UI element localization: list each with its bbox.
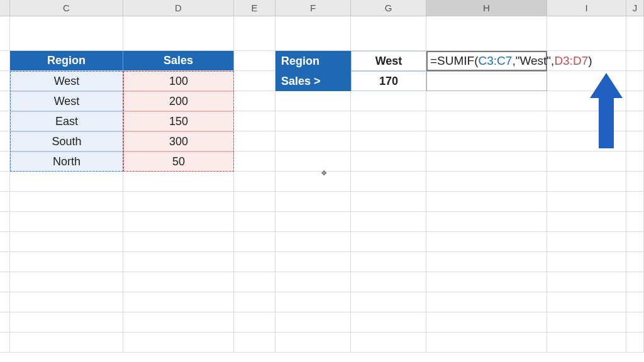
cell[interactable] [547,272,626,292]
table1-row-region[interactable]: West [10,71,123,91]
table1-row-sales[interactable]: 300 [123,131,234,151]
table1-row-region[interactable]: West [10,91,123,111]
cell[interactable] [10,252,123,272]
cell[interactable] [426,172,547,192]
cell[interactable] [275,111,351,131]
cell[interactable] [234,332,275,353]
cell[interactable] [123,332,234,353]
cell[interactable] [626,151,644,172]
cell[interactable] [275,151,351,172]
table1-header-region[interactable]: Region [10,51,123,71]
cell[interactable] [426,131,547,151]
cell[interactable] [351,111,426,131]
cell[interactable] [275,252,351,272]
cell[interactable] [10,172,123,192]
cell[interactable] [275,232,351,252]
cell[interactable] [426,91,547,111]
cell[interactable] [234,51,275,71]
cell[interactable] [0,312,10,332]
column-header-G[interactable]: G [351,0,426,16]
cell[interactable] [275,172,351,192]
table1-row-region[interactable]: East [10,111,123,131]
cell[interactable] [123,232,234,252]
formula-input-cell[interactable]: =SUMIF(C3:C7,"West",D3:D7) [426,51,547,71]
cell[interactable] [626,111,644,131]
cell[interactable] [0,16,10,51]
cell[interactable] [626,172,644,192]
cell[interactable] [351,252,426,272]
cell[interactable] [351,172,426,192]
cell[interactable] [0,91,10,111]
cell[interactable] [626,131,644,151]
cell[interactable] [626,212,644,232]
column-header-F[interactable]: F [275,0,351,16]
cell[interactable] [547,172,626,192]
table1-row-region[interactable]: North [10,151,123,172]
cell[interactable] [0,111,10,131]
cell[interactable] [234,16,275,51]
cell[interactable] [426,71,547,91]
cell[interactable] [0,71,10,91]
cell[interactable] [0,332,10,353]
cell[interactable] [426,151,547,172]
cell[interactable] [351,232,426,252]
cell[interactable] [0,51,10,71]
cell[interactable] [351,192,426,212]
cell[interactable] [275,212,351,232]
cell[interactable] [275,91,351,111]
lookup-value-sales[interactable]: 170 [351,71,426,91]
column-header-C[interactable]: C [10,0,123,16]
cell[interactable] [626,312,644,332]
column-header-H[interactable]: H [426,0,547,16]
cell[interactable] [0,252,10,272]
column-header-I[interactable]: I [547,0,626,16]
cell[interactable] [0,131,10,151]
cell[interactable] [426,232,547,252]
table1-row-sales[interactable]: 200 [123,91,234,111]
cell[interactable] [351,332,426,353]
cell[interactable] [275,131,351,151]
column-header-J[interactable]: J [626,0,644,16]
cell[interactable] [426,332,547,353]
cell[interactable] [0,212,10,232]
cell[interactable] [234,252,275,272]
cell[interactable] [351,131,426,151]
cell[interactable] [234,272,275,292]
cell[interactable] [275,192,351,212]
cell[interactable] [626,232,644,252]
cell[interactable] [0,292,10,312]
cell[interactable] [626,252,644,272]
column-header-D[interactable]: D [123,0,234,16]
cell[interactable] [626,332,644,353]
cell[interactable] [626,292,644,312]
cell[interactable] [123,212,234,232]
cell[interactable] [10,312,123,332]
cell[interactable] [275,332,351,353]
cell[interactable] [351,91,426,111]
cell[interactable] [547,16,626,51]
cell[interactable] [123,272,234,292]
cell[interactable] [234,71,275,91]
cell[interactable] [547,312,626,332]
lookup-label-sales[interactable]: Sales > [275,71,351,91]
cell[interactable] [547,332,626,353]
cell[interactable] [275,312,351,332]
cell[interactable] [234,131,275,151]
cell[interactable] [123,16,234,51]
cell[interactable] [547,212,626,232]
cell[interactable] [351,16,426,51]
cell[interactable] [626,272,644,292]
cell[interactable] [275,16,351,51]
cell[interactable] [234,312,275,332]
table1-row-sales[interactable]: 50 [123,151,234,172]
column-header-E[interactable]: E [234,0,275,16]
cell[interactable] [275,292,351,312]
table1-header-sales[interactable]: Sales [123,51,234,71]
cell[interactable] [426,16,547,51]
cell[interactable] [10,292,123,312]
cell[interactable] [0,192,10,212]
cell[interactable] [547,292,626,312]
cell[interactable] [626,91,644,111]
lookup-value-region[interactable]: West [351,51,426,71]
cell[interactable] [234,292,275,312]
